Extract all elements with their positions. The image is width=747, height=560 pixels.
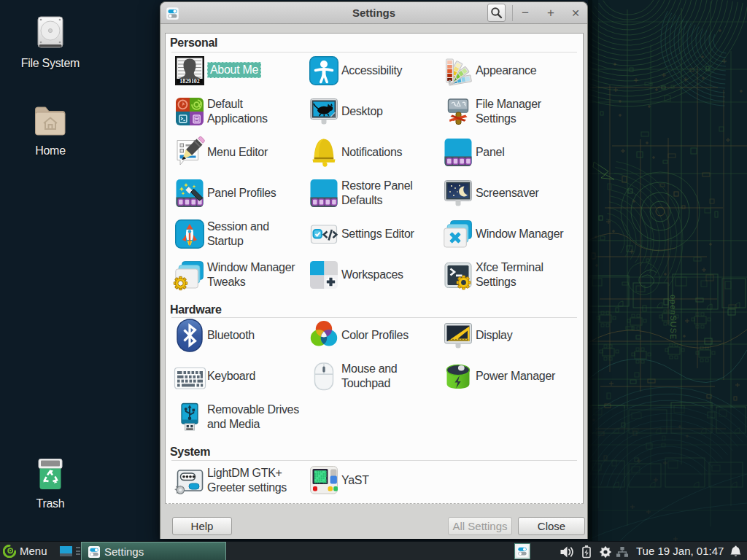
svg-text:1829102: 1829102 bbox=[179, 78, 199, 85]
